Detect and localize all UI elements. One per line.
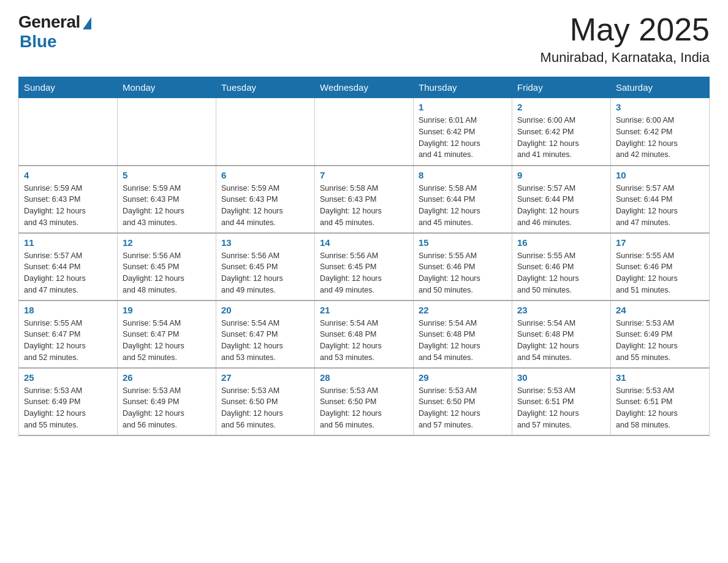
day-info: Sunrise: 5:54 AM Sunset: 6:48 PM Dayligh… — [517, 318, 605, 364]
calendar-header-row: SundayMondayTuesdayWednesdayThursdayFrid… — [19, 77, 710, 98]
day-number: 19 — [123, 305, 211, 315]
day-number: 22 — [419, 305, 507, 315]
day-info: Sunrise: 5:55 AM Sunset: 6:47 PM Dayligh… — [24, 318, 112, 364]
day-number: 4 — [24, 170, 112, 180]
day-info: Sunrise: 5:55 AM Sunset: 6:46 PM Dayligh… — [517, 250, 605, 296]
page-header: General Blue May 2025 Munirabad, Karnata… — [18, 12, 710, 66]
logo-general-text: General — [18, 12, 80, 32]
calendar-table: SundayMondayTuesdayWednesdayThursdayFrid… — [18, 77, 710, 436]
calendar-cell: 9Sunrise: 5:57 AM Sunset: 6:44 PM Daylig… — [512, 166, 611, 233]
day-info: Sunrise: 5:53 AM Sunset: 6:49 PM Dayligh… — [24, 385, 112, 431]
day-number: 7 — [320, 170, 408, 180]
calendar-cell: 15Sunrise: 5:55 AM Sunset: 6:46 PM Dayli… — [414, 233, 512, 301]
calendar-cell: 12Sunrise: 5:56 AM Sunset: 6:45 PM Dayli… — [118, 233, 216, 301]
calendar-cell: 28Sunrise: 5:53 AM Sunset: 6:50 PM Dayli… — [315, 368, 414, 435]
day-info: Sunrise: 5:59 AM Sunset: 6:43 PM Dayligh… — [123, 183, 211, 229]
calendar-cell: 3Sunrise: 6:00 AM Sunset: 6:42 PM Daylig… — [611, 98, 710, 166]
calendar-cell: 2Sunrise: 6:00 AM Sunset: 6:42 PM Daylig… — [512, 98, 611, 166]
day-info: Sunrise: 5:53 AM Sunset: 6:50 PM Dayligh… — [320, 385, 408, 431]
calendar-cell: 10Sunrise: 5:57 AM Sunset: 6:44 PM Dayli… — [611, 166, 710, 233]
day-info: Sunrise: 5:59 AM Sunset: 6:43 PM Dayligh… — [221, 183, 309, 229]
day-number: 5 — [123, 170, 211, 180]
day-number: 25 — [24, 372, 112, 383]
calendar-cell: 25Sunrise: 5:53 AM Sunset: 6:49 PM Dayli… — [19, 368, 118, 435]
calendar-cell: 29Sunrise: 5:53 AM Sunset: 6:50 PM Dayli… — [414, 368, 512, 435]
calendar-cell — [315, 98, 414, 166]
day-info: Sunrise: 5:59 AM Sunset: 6:43 PM Dayligh… — [24, 183, 112, 229]
calendar-cell: 4Sunrise: 5:59 AM Sunset: 6:43 PM Daylig… — [19, 166, 118, 233]
calendar-cell: 5Sunrise: 5:59 AM Sunset: 6:43 PM Daylig… — [118, 166, 216, 233]
day-info: Sunrise: 5:53 AM Sunset: 6:51 PM Dayligh… — [517, 385, 605, 431]
calendar-cell: 31Sunrise: 5:53 AM Sunset: 6:51 PM Dayli… — [611, 368, 710, 435]
day-number: 6 — [221, 170, 309, 180]
day-info: Sunrise: 5:53 AM Sunset: 6:50 PM Dayligh… — [221, 385, 309, 431]
calendar-cell: 26Sunrise: 5:53 AM Sunset: 6:49 PM Dayli… — [118, 368, 216, 435]
location-title: Munirabad, Karnataka, India — [540, 50, 710, 66]
calendar-cell: 19Sunrise: 5:54 AM Sunset: 6:47 PM Dayli… — [118, 301, 216, 368]
calendar-cell: 16Sunrise: 5:55 AM Sunset: 6:46 PM Dayli… — [512, 233, 611, 301]
calendar-week-row: 18Sunrise: 5:55 AM Sunset: 6:47 PM Dayli… — [19, 301, 710, 368]
day-number: 24 — [616, 305, 704, 315]
day-info: Sunrise: 5:53 AM Sunset: 6:51 PM Dayligh… — [616, 385, 704, 431]
day-number: 3 — [616, 102, 704, 112]
calendar-week-row: 4Sunrise: 5:59 AM Sunset: 6:43 PM Daylig… — [19, 166, 710, 233]
month-title: May 2025 — [540, 12, 710, 47]
day-number: 29 — [419, 372, 507, 383]
calendar-cell: 7Sunrise: 5:58 AM Sunset: 6:43 PM Daylig… — [315, 166, 414, 233]
weekday-header-friday: Friday — [512, 77, 611, 98]
day-number: 9 — [517, 170, 605, 180]
calendar-cell: 8Sunrise: 5:58 AM Sunset: 6:44 PM Daylig… — [414, 166, 512, 233]
weekday-header-monday: Monday — [118, 77, 216, 98]
weekday-header-tuesday: Tuesday — [216, 77, 315, 98]
day-number: 26 — [123, 372, 211, 383]
day-info: Sunrise: 5:57 AM Sunset: 6:44 PM Dayligh… — [24, 250, 112, 296]
day-info: Sunrise: 5:53 AM Sunset: 6:49 PM Dayligh… — [123, 385, 211, 431]
weekday-header-saturday: Saturday — [611, 77, 710, 98]
day-number: 2 — [517, 102, 605, 112]
day-number: 18 — [24, 305, 112, 315]
calendar-cell: 6Sunrise: 5:59 AM Sunset: 6:43 PM Daylig… — [216, 166, 315, 233]
day-number: 27 — [221, 372, 309, 383]
calendar-cell: 18Sunrise: 5:55 AM Sunset: 6:47 PM Dayli… — [19, 301, 118, 368]
calendar-cell — [216, 98, 315, 166]
calendar-cell: 24Sunrise: 5:53 AM Sunset: 6:49 PM Dayli… — [611, 301, 710, 368]
day-info: Sunrise: 6:00 AM Sunset: 6:42 PM Dayligh… — [616, 115, 704, 161]
calendar-week-row: 1Sunrise: 6:01 AM Sunset: 6:42 PM Daylig… — [19, 98, 710, 166]
logo-triangle-icon — [83, 17, 91, 29]
calendar-cell — [19, 98, 118, 166]
calendar-cell: 22Sunrise: 5:54 AM Sunset: 6:48 PM Dayli… — [414, 301, 512, 368]
calendar-cell — [118, 98, 216, 166]
day-info: Sunrise: 5:54 AM Sunset: 6:47 PM Dayligh… — [123, 318, 211, 364]
day-info: Sunrise: 5:53 AM Sunset: 6:50 PM Dayligh… — [419, 385, 507, 431]
day-info: Sunrise: 5:54 AM Sunset: 6:47 PM Dayligh… — [221, 318, 309, 364]
day-number: 30 — [517, 372, 605, 383]
logo-blue-text: Blue — [20, 32, 57, 52]
day-number: 10 — [616, 170, 704, 180]
day-number: 17 — [616, 237, 704, 248]
day-info: Sunrise: 5:58 AM Sunset: 6:43 PM Dayligh… — [320, 183, 408, 229]
day-number: 16 — [517, 237, 605, 248]
calendar-cell: 20Sunrise: 5:54 AM Sunset: 6:47 PM Dayli… — [216, 301, 315, 368]
calendar-cell: 13Sunrise: 5:56 AM Sunset: 6:45 PM Dayli… — [216, 233, 315, 301]
calendar-cell: 23Sunrise: 5:54 AM Sunset: 6:48 PM Dayli… — [512, 301, 611, 368]
calendar-cell: 30Sunrise: 5:53 AM Sunset: 6:51 PM Dayli… — [512, 368, 611, 435]
calendar-cell: 17Sunrise: 5:55 AM Sunset: 6:46 PM Dayli… — [611, 233, 710, 301]
day-info: Sunrise: 5:58 AM Sunset: 6:44 PM Dayligh… — [419, 183, 507, 229]
weekday-header-sunday: Sunday — [19, 77, 118, 98]
day-info: Sunrise: 5:54 AM Sunset: 6:48 PM Dayligh… — [320, 318, 408, 364]
day-number: 11 — [24, 237, 112, 248]
calendar-cell: 11Sunrise: 5:57 AM Sunset: 6:44 PM Dayli… — [19, 233, 118, 301]
day-info: Sunrise: 6:00 AM Sunset: 6:42 PM Dayligh… — [517, 115, 605, 161]
day-info: Sunrise: 5:56 AM Sunset: 6:45 PM Dayligh… — [320, 250, 408, 296]
weekday-header-wednesday: Wednesday — [315, 77, 414, 98]
day-number: 28 — [320, 372, 408, 383]
weekday-header-thursday: Thursday — [414, 77, 512, 98]
logo: General Blue — [18, 12, 91, 52]
day-info: Sunrise: 6:01 AM Sunset: 6:42 PM Dayligh… — [419, 115, 507, 161]
calendar-cell: 21Sunrise: 5:54 AM Sunset: 6:48 PM Dayli… — [315, 301, 414, 368]
day-number: 13 — [221, 237, 309, 248]
day-number: 12 — [123, 237, 211, 248]
day-info: Sunrise: 5:54 AM Sunset: 6:48 PM Dayligh… — [419, 318, 507, 364]
day-number: 23 — [517, 305, 605, 315]
day-number: 20 — [221, 305, 309, 315]
